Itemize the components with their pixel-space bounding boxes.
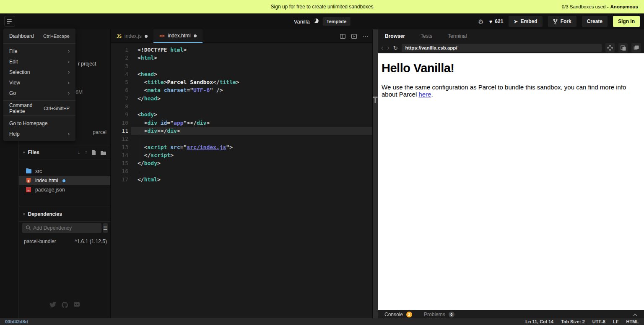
more-actions-icon[interactable]: ⋯	[363, 33, 369, 39]
menu-item-selection[interactable]: Selection›	[3, 67, 75, 77]
files-section-header[interactable]: ▾ Files ↓ ↑	[19, 145, 110, 160]
add-dependency-input[interactable]	[22, 223, 101, 233]
tab-tests[interactable]: Tests	[421, 33, 432, 39]
forward-icon[interactable]: ›	[387, 45, 389, 51]
signup-banner: Sign up for free to create unlimited san…	[0, 0, 644, 13]
template-badge[interactable]: Template	[323, 17, 350, 26]
code-line-10[interactable]: 10 <div id="app"></div>	[111, 119, 372, 127]
new-file-icon[interactable]	[92, 150, 96, 155]
menu-button[interactable]	[4, 16, 15, 27]
console-tab[interactable]: Console	[384, 312, 403, 317]
code-line-2[interactable]: 2<html>	[111, 54, 372, 62]
code-line-14[interactable]: 14 </script>	[111, 151, 372, 159]
submenu-chevron-icon: ›	[68, 131, 70, 136]
menu-item-dashboard[interactable]: DashboardCtrl+Escape	[3, 31, 75, 41]
menu-divider	[3, 100, 75, 101]
url-input[interactable]	[402, 44, 602, 52]
line-number: 10	[111, 119, 131, 127]
expand-console-icon[interactable]	[633, 312, 637, 317]
sandbox-title[interactable]: Vanilla	[294, 18, 310, 25]
menu-item-label: View	[9, 80, 20, 86]
line-number: 9	[111, 110, 131, 118]
menu-item-help[interactable]: Help›	[3, 128, 75, 139]
js-icon: JS	[117, 34, 122, 39]
problems-tab[interactable]: Problems	[424, 312, 445, 317]
code-line-3[interactable]: 3	[111, 62, 372, 70]
split-editor-icon[interactable]	[340, 34, 345, 39]
tab-index-html[interactable]: <> index.html	[153, 29, 203, 43]
fork-button[interactable]: Fork	[548, 16, 576, 27]
file-row-src[interactable]: src	[19, 167, 110, 176]
code-line-7[interactable]: 7</head>	[111, 94, 372, 102]
code-line-5[interactable]: 5 <title>Parcel Sandbox</title>	[111, 78, 372, 86]
like-count[interactable]: ♥ 621	[489, 18, 504, 24]
menu-item-go[interactable]: Go›	[3, 88, 75, 98]
line-number: 8	[111, 102, 131, 110]
open-new-window-icon[interactable]	[631, 43, 641, 52]
twitter-icon[interactable]	[49, 302, 56, 308]
code-line-11[interactable]: 11 <div></div>	[111, 127, 372, 135]
sign-in-button[interactable]: Sign in	[613, 16, 640, 27]
main-menu: DashboardCtrl+EscapeFile›Edit›Selection›…	[3, 29, 75, 141]
line-number: 1	[111, 46, 131, 54]
preview-page: Hello Vanilla! We use the same configura…	[378, 53, 644, 310]
embed-button[interactable]: ➤ Embed	[509, 16, 542, 27]
code-line-13[interactable]: 13 <script src="src/index.js">	[111, 143, 372, 151]
download-sandbox-icon[interactable]: ↓	[78, 150, 80, 155]
status-item[interactable]: Tab Size: 2	[561, 319, 585, 324]
menu-item-command-palette[interactable]: Command PaletteCtrl+Shift+P	[3, 103, 75, 113]
github-icon[interactable]	[62, 302, 68, 308]
code-line-16[interactable]: 16	[111, 167, 372, 175]
code-line-17[interactable]: 17</html>	[111, 176, 372, 183]
status-item[interactable]: Ln 11, Col 14	[525, 319, 553, 324]
create-button[interactable]: Create	[582, 16, 608, 27]
open-preview-icon[interactable]	[351, 34, 357, 39]
menu-item-label: Selection	[9, 69, 30, 75]
menu-item-edit[interactable]: Edit›	[3, 56, 75, 67]
settings-gear-icon[interactable]: ⚙	[478, 18, 483, 25]
dependency-list-button[interactable]: ☰	[103, 223, 108, 233]
status-item[interactable]: UTF-8	[592, 319, 605, 324]
code-line-9[interactable]: 9<body>	[111, 110, 372, 118]
code-line-15[interactable]: 15</body>	[111, 159, 372, 167]
tab-index-js[interactable]: JS index.js	[111, 29, 153, 43]
discord-icon[interactable]	[73, 302, 80, 307]
refresh-icon[interactable]: ↻	[393, 45, 398, 51]
tab-browser[interactable]: Browser	[385, 33, 405, 39]
heart-icon: ♥	[489, 19, 493, 24]
copy-url-icon[interactable]	[618, 43, 628, 52]
browser-navbar: ‹ › ↻	[378, 42, 644, 53]
line-number: 16	[111, 167, 131, 175]
tab-terminal[interactable]: Terminal	[448, 33, 467, 39]
code-line-4[interactable]: 4<head>	[111, 70, 372, 78]
new-folder-icon[interactable]	[101, 150, 106, 155]
code-area[interactable]: 1<!DOCTYPE html>2<html>34<head>5 <title>…	[111, 43, 372, 183]
file-row-package-json[interactable]: n package.json	[19, 185, 110, 194]
status-item[interactable]: HTML	[626, 319, 639, 324]
line-number: 4	[111, 70, 131, 78]
status-item[interactable]: LF	[613, 319, 618, 324]
menu-item-label: File	[9, 48, 17, 54]
here-link[interactable]: here	[418, 91, 431, 98]
dependencies-section-header[interactable]: ▾ Dependencies	[19, 207, 110, 222]
dependency-row[interactable]: parcel-bundler ^1.6.1 (1.12.5)	[19, 239, 110, 244]
menu-item-file[interactable]: File›	[3, 46, 75, 56]
panel-resizer[interactable]	[372, 29, 378, 318]
back-icon[interactable]: ‹	[381, 45, 383, 51]
code-line-12[interactable]: 12	[111, 135, 372, 143]
file-list: src 5 index.html n package.json	[19, 167, 110, 194]
menu-item-view[interactable]: View›	[3, 77, 75, 88]
resizer-grip[interactable]	[373, 97, 378, 104]
code-line-8[interactable]: 8	[111, 102, 372, 110]
preview-tabbar: Browser Tests Terminal	[378, 29, 644, 42]
line-content: <!DOCTYPE html>	[131, 46, 372, 54]
upload-icon[interactable]: ↑	[85, 150, 87, 155]
app-header: Vanilla Template ⚙ ♥ 621 ➤ Embed Fork Cr…	[0, 13, 644, 29]
responsive-mode-icon[interactable]	[605, 43, 615, 52]
menu-item-go-to-homepage[interactable]: Go to Homepage	[3, 118, 75, 128]
line-content	[131, 135, 372, 143]
file-row-index-html[interactable]: 5 index.html	[19, 176, 110, 185]
npm-file-icon: n	[26, 187, 31, 192]
code-line-1[interactable]: 1<!DOCTYPE html>	[111, 46, 372, 54]
code-line-6[interactable]: 6 <meta charset="UTF-8" />	[111, 86, 372, 94]
